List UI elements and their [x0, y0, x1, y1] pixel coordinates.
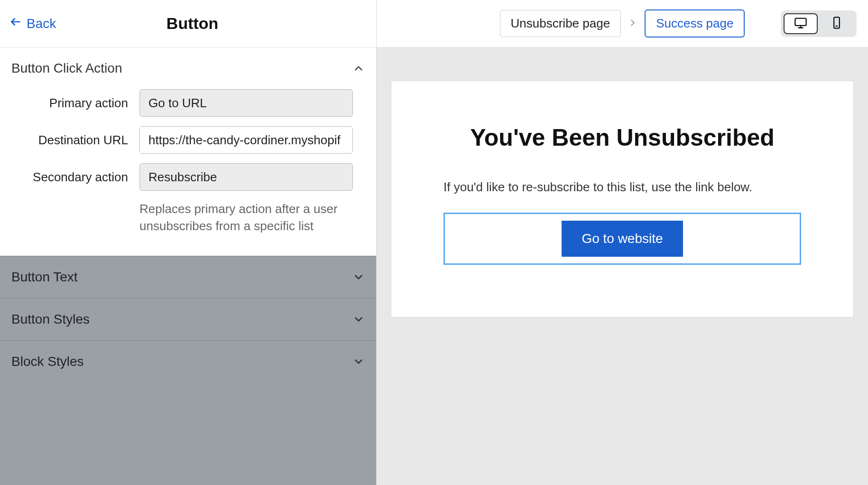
mobile-icon — [830, 16, 843, 31]
device-desktop-button[interactable] — [784, 13, 818, 34]
back-button[interactable]: Back — [9, 16, 56, 31]
label-primary-action: Primary action — [11, 96, 139, 111]
preview-canvas[interactable]: You've Been Unsubscribed If you'd like t… — [391, 81, 854, 317]
input-destination-url[interactable]: https://the-candy-cordiner.myshopif — [139, 126, 353, 154]
section-title: Block Styles — [11, 354, 84, 369]
section-button-styles[interactable]: Button Styles — [0, 298, 376, 340]
preview-body: You've Been Unsubscribed If you'd like t… — [377, 47, 868, 485]
section-button-click-action: Button Click Action Primary action Go to… — [0, 47, 376, 256]
panel-title: Button — [56, 14, 329, 33]
preview-header: Unsubscribe page Success page — [377, 0, 868, 47]
chevron-down-icon — [352, 271, 365, 283]
breadcrumb-unsubscribe-page[interactable]: Unsubscribe page — [500, 10, 621, 37]
row-destination-url: Destination URL https://the-candy-cordin… — [11, 126, 365, 154]
svg-rect-1 — [795, 18, 806, 25]
breadcrumb-success-page[interactable]: Success page — [645, 9, 745, 37]
device-toggle — [781, 10, 857, 37]
chevron-down-icon — [352, 313, 365, 326]
desktop-icon — [794, 16, 807, 31]
device-mobile-button[interactable] — [820, 13, 854, 34]
settings-sidebar: Back Button Button Click Action Primary … — [0, 0, 377, 485]
arrow-left-icon — [9, 16, 22, 31]
row-primary-action: Primary action Go to URL — [11, 89, 365, 117]
canvas-button-selection[interactable]: Go to website — [443, 213, 801, 265]
canvas-heading: You've Been Unsubscribed — [470, 124, 775, 151]
chevron-up-icon — [352, 62, 365, 75]
chevron-down-icon — [352, 355, 365, 368]
section-title: Button Text — [11, 270, 78, 285]
canvas-subtext: If you'd like to re-subscribe to this li… — [443, 180, 752, 195]
label-secondary-action: Secondary action — [11, 170, 139, 185]
section-button-text[interactable]: Button Text — [0, 256, 376, 298]
chevron-right-icon — [628, 18, 638, 30]
label-destination-url: Destination URL — [11, 133, 139, 148]
section-block-styles[interactable]: Block Styles — [0, 340, 376, 382]
select-secondary-action[interactable]: Resubscribe — [139, 163, 353, 191]
section-title: Button Styles — [11, 312, 90, 327]
breadcrumb: Unsubscribe page Success page — [500, 9, 745, 37]
preview-pane: Unsubscribe page Success page You've Bee… — [377, 0, 868, 485]
section-title: Button Click Action — [11, 61, 122, 76]
select-primary-action[interactable]: Go to URL — [139, 89, 353, 117]
helper-text-secondary-action: Replaces primary action after a user uns… — [139, 200, 365, 235]
go-to-website-button[interactable]: Go to website — [562, 221, 683, 257]
sidebar-header: Back Button — [0, 0, 376, 47]
back-label: Back — [27, 16, 56, 31]
section-header-click-action[interactable]: Button Click Action — [11, 61, 365, 76]
row-secondary-action: Secondary action Resubscribe — [11, 163, 365, 191]
